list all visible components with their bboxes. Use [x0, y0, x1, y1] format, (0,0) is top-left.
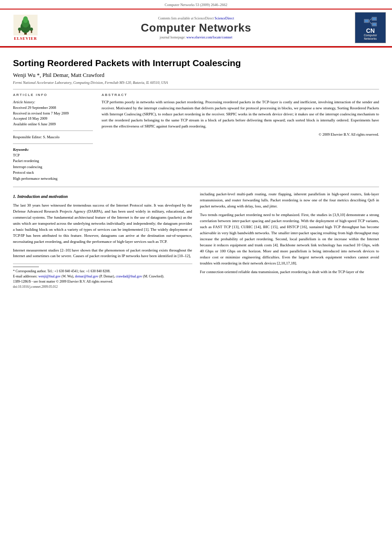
received-revised-date: Received in revised form 7 May 2009 [13, 111, 93, 116]
article-title: Sorting Reordered Packets with Interrupt… [13, 58, 379, 68]
keywords-label: Keywords: [13, 147, 93, 152]
email-crawford[interactable]: crawdad@fnal.gov [116, 274, 142, 278]
elsevier-logo-section: ELSEVIER [6, 15, 45, 41]
abstract-label: ABSTRACT [102, 93, 379, 97]
cn-logo-subtitle: Computer [364, 34, 377, 37]
svg-point-4 [23, 16, 28, 23]
article-authors: Wenji Wu *, Phil Demar, Matt Crawford [13, 72, 379, 79]
issn-line: 1389-1286/$ - see front matter © 2009 El… [13, 279, 192, 284]
svg-line-16 [369, 21, 372, 24]
info-divider2 [13, 143, 93, 144]
cn-logo: CN Computer Networks [355, 12, 386, 43]
abstract-column: ABSTRACT TCP performs poorly in networks… [102, 93, 379, 182]
svg-point-5 [18, 28, 22, 31]
available-date: Available online 6 June 2009 [13, 121, 93, 127]
main-left-column: 1. Introduction and motivation The last … [13, 191, 192, 290]
page-wrapper: Computer Networks 53 (2009) 2646–2662 [0, 0, 392, 535]
paragraph-5: For connection-oriented reliable data tr… [200, 269, 379, 275]
responsible-editor: Responsible Editor: S. Mascolo [13, 134, 93, 140]
article-history-group: Article history: Received 29 September 2… [13, 99, 93, 127]
keyword-reordering: Packet reordering [13, 158, 93, 164]
article-body: Sorting Reordered Packets with Interrupt… [0, 48, 392, 296]
journal-title-section: Contents lists available at ScienceDirec… [45, 16, 347, 39]
paragraph-1: The last 30 years have witnessed the tre… [13, 203, 192, 245]
journal-reference: Computer Networks 53 (2009) 2646–2662 [165, 3, 227, 7]
main-right-column: including packet-level multi-path routin… [200, 191, 379, 290]
svg-rect-10 [365, 20, 368, 22]
journal-header: ELSEVIER Contents lists available at Sci… [0, 9, 392, 46]
svg-rect-12 [373, 18, 376, 20]
elsevier-tree-icon [13, 15, 38, 35]
footnote-section: * Corresponding author. Tel.: +1 630 840… [13, 264, 192, 290]
science-direct-line: Contents lists available at ScienceDirec… [45, 16, 347, 20]
science-direct-text: Contents lists available at ScienceDirec… [158, 16, 214, 20]
top-reference: Computer Networks 53 (2009) 2646–2662 [0, 0, 392, 9]
main-content-section: 1. Introduction and motivation The last … [13, 191, 379, 290]
keyword-interrupt: Interrupt coalescing [13, 164, 93, 170]
accepted-date: Accepted 18 May 2009 [13, 116, 93, 121]
authors-text: Wenji Wu *, Phil Demar, Matt Crawford [13, 72, 104, 78]
info-divider [13, 131, 93, 131]
homepage-url[interactable]: www.elsevier.com/locate/comnet [186, 35, 232, 39]
article-affiliation: Fermi National Accelerator Laboratory, C… [13, 80, 379, 85]
main-content-divider [13, 187, 379, 187]
article-divider [13, 89, 379, 89]
article-history-label: Article history: [13, 99, 93, 105]
svg-rect-8 [31, 30, 32, 33]
paragraph-3: including packet-level multi-path routin… [200, 191, 379, 210]
svg-point-6 [30, 28, 33, 31]
abstract-text: TCP performs poorly in networks with ser… [102, 99, 379, 130]
elsevier-logo: ELSEVIER [6, 15, 45, 41]
intro-heading: 1. Introduction and motivation [13, 193, 192, 200]
homepage-label: journal homepage: [160, 35, 186, 39]
keyword-protocol: Protocol stack [13, 170, 93, 176]
cn-logo-subtitle2: Networks [364, 37, 376, 41]
paragraph-4: Two trends regarding packet reordering n… [200, 212, 379, 266]
cn-logo-text: CN [366, 28, 375, 34]
email-wu[interactable]: wenji@fnal.gov [38, 274, 61, 278]
received-date: Received 29 September 2008 [13, 105, 93, 111]
footnote-email: E-mail addresses: wenji@fnal.gov (W. Wu)… [13, 274, 192, 279]
svg-rect-14 [373, 23, 376, 25]
footnote-divider [13, 267, 39, 267]
journal-homepage: journal homepage: www.elsevier.com/locat… [45, 35, 347, 39]
cn-logo-section: CN Computer Networks [347, 12, 386, 43]
doi-line: doi:10.1016/j.comnet.2009.05.012 [13, 284, 192, 290]
paragraph-2: Internet measurement studies [2–10] have… [13, 248, 192, 260]
abstract-copyright: © 2009 Elsevier B.V. All rights reserved… [102, 132, 379, 137]
keyword-tcp: TCP [13, 153, 93, 159]
article-info-abstract-section: ARTICLE INFO Article history: Received 2… [13, 93, 379, 182]
keyword-hpn: High performance networking [13, 176, 93, 182]
svg-line-15 [369, 19, 372, 21]
article-info-column: ARTICLE INFO Article history: Received 2… [13, 93, 93, 182]
footnote-star: * Corresponding author. Tel.: +1 630 840… [13, 269, 192, 274]
science-direct-link[interactable]: ScienceDirect [214, 16, 234, 20]
article-info-label: ARTICLE INFO [13, 93, 93, 97]
cn-logo-icon [362, 15, 379, 28]
svg-rect-7 [19, 30, 20, 33]
journal-title: Computer Networks [45, 21, 347, 35]
email-demar[interactable]: demar@fnal.gov [75, 274, 98, 278]
elsevier-text: ELSEVIER [14, 36, 37, 41]
